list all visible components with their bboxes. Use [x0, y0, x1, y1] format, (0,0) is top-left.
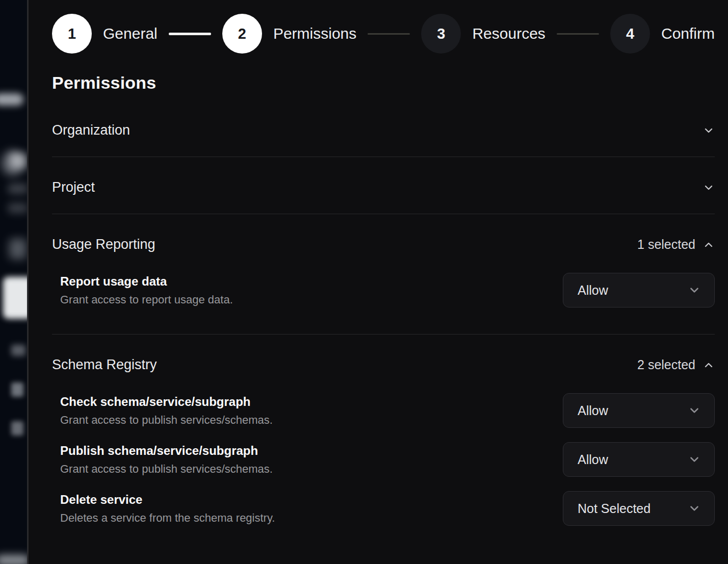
blurred-background-sidebar [0, 0, 27, 564]
permission-list: Check schema/service/subgraph Grant acce… [52, 391, 715, 552]
check-schema-select[interactable]: Allow [563, 393, 715, 428]
step-confirm[interactable]: 4 Confirm [610, 14, 715, 54]
chevron-down-icon [688, 502, 701, 515]
blurred-active-tile [3, 277, 27, 319]
chevron-down-icon [703, 182, 715, 194]
step-general[interactable]: 1 General [52, 14, 158, 54]
select-value: Allow [578, 452, 608, 467]
blurred-text-line [8, 184, 27, 194]
permission-title: Report usage data [60, 274, 233, 289]
permission-title: Publish schema/service/subgraph [60, 444, 273, 458]
permission-item-publish-schema: Publish schema/service/subgraph Grant ac… [52, 442, 715, 477]
step-label: General [103, 25, 158, 42]
create-key-wizard-panel: 1 General 2 Permissions 3 Resources 4 Co… [29, 0, 728, 564]
chevron-down-icon [688, 284, 701, 297]
step-connector-todo [368, 33, 410, 35]
permission-description: Grant access to publish services/schemas… [60, 414, 273, 427]
section-title: Organization [52, 122, 130, 138]
selected-count-badge: 2 selected [637, 357, 695, 372]
step-label: Resources [472, 25, 545, 42]
section-organization: Organization [52, 93, 715, 157]
section-header-project[interactable]: Project [52, 157, 715, 214]
chevron-down-icon [703, 124, 715, 137]
select-value: Allow [578, 403, 608, 418]
delete-service-select[interactable]: Not Selected [563, 491, 715, 526]
permission-item-delete-service: Delete service Deletes a service from th… [52, 491, 715, 526]
blurred-nav-icon [9, 239, 27, 259]
step-resources[interactable]: 3 Resources [421, 14, 545, 54]
select-value: Allow [578, 283, 608, 298]
permission-description: Deletes a service from the schema regist… [60, 511, 275, 525]
permission-title: Delete service [60, 493, 275, 507]
section-header-organization[interactable]: Organization [52, 93, 715, 157]
permission-description: Grant access to report usage data. [60, 293, 233, 306]
chevron-up-icon [703, 359, 715, 371]
chevron-down-icon [688, 404, 701, 417]
step-connector-done [169, 33, 211, 35]
blurred-label-u [11, 382, 23, 397]
permission-item-check-schema: Check schema/service/subgraph Grant acce… [52, 393, 715, 428]
step-label: Confirm [661, 25, 715, 42]
chevron-down-icon [688, 453, 701, 466]
wizard-stepper: 1 General 2 Permissions 3 Resources 4 Co… [52, 14, 715, 54]
selected-count-badge: 1 selected [637, 237, 695, 252]
step-number-circle: 3 [421, 14, 461, 54]
report-usage-data-select[interactable]: Allow [563, 273, 715, 307]
section-title: Project [52, 180, 95, 195]
section-project: Project [52, 157, 715, 214]
select-value: Not Selected [578, 501, 651, 516]
blurred-text-line [8, 203, 27, 213]
page-title: Permissions [52, 73, 715, 93]
chevron-up-icon [703, 239, 715, 251]
step-number-circle: 2 [222, 14, 262, 54]
permission-description: Grant access to publish services/schemas… [60, 463, 273, 476]
permission-list: Report usage data Grant access to report… [52, 271, 715, 334]
section-schema-registry: Schema Registry 2 selected Check schema/… [52, 335, 715, 552]
section-title: Schema Registry [52, 357, 157, 373]
section-header-schema-registry[interactable]: Schema Registry 2 selected [52, 335, 715, 391]
permission-title: Check schema/service/subgraph [60, 395, 273, 409]
step-number-circle: 4 [610, 14, 650, 54]
blurred-account-text [10, 153, 27, 168]
step-connector-todo [557, 33, 599, 35]
publish-schema-select[interactable]: Allow [563, 442, 715, 477]
blurred-bottom-item [0, 555, 27, 564]
section-title: Usage Reporting [52, 237, 155, 252]
section-usage-reporting: Usage Reporting 1 selected Report usage … [52, 214, 715, 335]
blurred-label-h [11, 421, 23, 435]
blurred-nav-pill [0, 93, 23, 106]
step-permissions[interactable]: 2 Permissions [222, 14, 356, 54]
permission-item-report-usage-data: Report usage data Grant access to report… [52, 273, 715, 307]
step-label: Permissions [273, 25, 356, 42]
section-header-usage-reporting[interactable]: Usage Reporting 1 selected [52, 214, 715, 271]
blurred-label-ti [11, 345, 25, 356]
step-number-circle: 1 [52, 14, 92, 54]
